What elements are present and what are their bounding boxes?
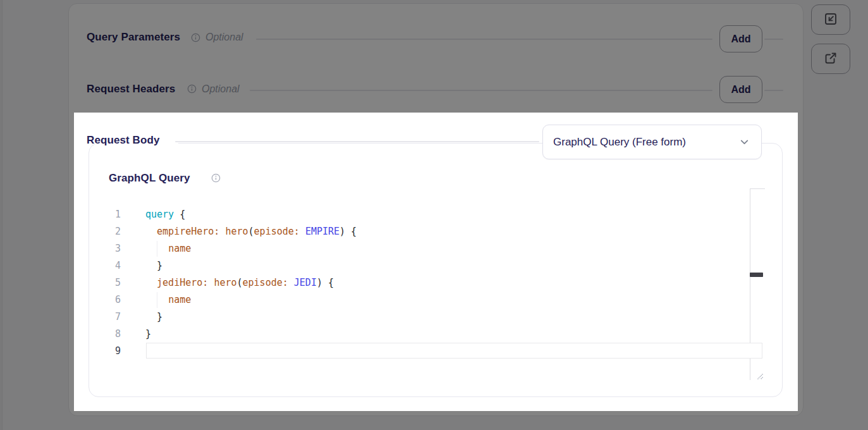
code-token-punct: } <box>157 260 162 271</box>
code-token-sp <box>145 277 157 288</box>
code-token-punct: ) { <box>339 226 357 237</box>
code-token-field: name <box>168 243 191 254</box>
divider <box>764 90 783 91</box>
code-token-kw: query <box>145 209 174 220</box>
open-external-button[interactable] <box>811 44 850 74</box>
indent-guide <box>157 292 157 308</box>
request-headers-label: Request Headers <box>87 83 175 95</box>
editor-scrollbar-track-top <box>750 188 765 189</box>
body-type-select[interactable]: GraphQL Query (Free form) <box>542 125 762 159</box>
code-token-punct: { <box>174 209 185 220</box>
chevron-down-icon <box>739 137 750 147</box>
body-type-select-value: GraphQL Query (Free form) <box>553 136 739 149</box>
code-token-sp <box>145 260 157 271</box>
code-line[interactable] <box>145 343 750 360</box>
code-token-field: empireHero: <box>157 226 219 237</box>
code-token-enum: EMPIRE <box>305 226 339 237</box>
indent-guide <box>157 241 157 257</box>
code-token-sp <box>300 226 305 237</box>
code-line[interactable]: jediHero: hero(episode: JEDI) { <box>145 274 750 292</box>
code-token-punct: ( <box>248 226 254 237</box>
resize-handle-icon[interactable] <box>755 371 764 380</box>
code-token-field: hero <box>225 226 248 237</box>
request-body-label: Request Body <box>87 134 160 147</box>
query-parameters-label: Query Parameters <box>87 31 180 44</box>
query-parameters-optional-label: Optional <box>205 32 243 43</box>
code-token-field: jediHero: <box>157 277 208 288</box>
gutter-line-number: 1 <box>106 206 121 223</box>
code-line[interactable]: } <box>145 326 750 343</box>
gutter-line-number: 7 <box>106 309 121 326</box>
code-token-sp <box>288 277 294 288</box>
code-token-field: hero <box>214 277 236 288</box>
gutter-line-number: 2 <box>106 223 121 240</box>
code-token-punct: } <box>145 328 151 340</box>
code-token-field: episode: <box>254 226 300 237</box>
code-token-punct: } <box>157 311 162 322</box>
code-token-enum: JEDI <box>294 277 317 288</box>
gutter-line-number: 8 <box>106 326 121 343</box>
add-query-parameter-button[interactable]: Add <box>719 25 762 52</box>
collapse-editor-button[interactable] <box>811 4 850 35</box>
code-line[interactable]: query { <box>145 206 750 223</box>
divider <box>175 141 539 142</box>
code-token-punct: ) { <box>317 277 334 288</box>
code-line[interactable]: } <box>145 309 750 326</box>
editor-code[interactable]: query { empireHero: hero(episode: EMPIRE… <box>145 206 750 360</box>
code-token-field: episode: <box>243 277 288 288</box>
divider <box>250 90 712 91</box>
collapse-editor-icon <box>823 11 838 28</box>
code-token-sp <box>145 226 157 237</box>
code-token-field: name <box>168 294 191 305</box>
gutter-line-number: 9 <box>106 343 121 360</box>
gutter-line-number: 3 <box>106 240 121 257</box>
divider <box>764 39 783 40</box>
code-line[interactable]: } <box>145 257 750 274</box>
request-headers-optional-label: Optional <box>202 83 240 95</box>
info-icon[interactable] <box>187 84 197 94</box>
code-token-sp <box>145 311 157 322</box>
code-line[interactable]: name <box>145 240 750 257</box>
code-line[interactable]: empireHero: hero(episode: EMPIRE) { <box>145 223 750 240</box>
code-line[interactable]: name <box>145 292 750 309</box>
editor-gutter: 123456789 <box>106 206 121 360</box>
gutter-line-number: 4 <box>106 257 121 274</box>
divider <box>256 39 712 40</box>
editor-scrollbar-thumb[interactable] <box>750 273 763 277</box>
info-icon[interactable] <box>191 33 200 42</box>
gutter-line-number: 6 <box>106 292 121 309</box>
add-request-header-button[interactable]: Add <box>719 76 762 103</box>
graphql-query-label: GraphQL Query <box>109 172 190 185</box>
gutter-line-number: 5 <box>106 274 121 292</box>
info-icon[interactable] <box>211 173 221 183</box>
code-token-punct: ( <box>237 277 243 288</box>
page-left-edge-line <box>2 0 3 430</box>
open-external-icon <box>823 51 838 68</box>
